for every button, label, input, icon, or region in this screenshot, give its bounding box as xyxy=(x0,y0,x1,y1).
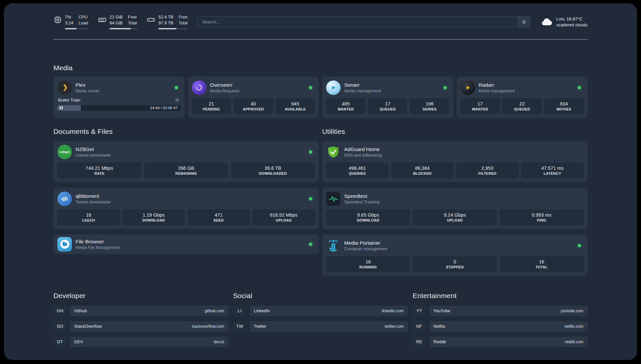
stat-label: PENDING xyxy=(203,107,220,111)
stat-label: REMAINING xyxy=(175,171,197,175)
weather-location: Lviv, 16.87°C xyxy=(556,16,588,22)
bookmark-dev[interactable]: DT DEV dev.to xyxy=(53,337,229,347)
cpu-label-top: CPU xyxy=(78,15,88,20)
ram-widget: 22 GiB 64 GiB Free Total xyxy=(98,15,137,29)
speedtest-card[interactable]: Speedtest Speedtest Tracking 9.65 Gbps D… xyxy=(322,188,588,229)
cpu-load-value: 3.24 xyxy=(65,20,73,26)
stat-label: LEECH xyxy=(82,218,95,222)
plex-settings-button[interactable] xyxy=(174,97,180,103)
bookmark-stackoverflow[interactable]: SO StackOverflow stackoverflow.com xyxy=(53,321,229,332)
bookmark-name: Twitter xyxy=(254,324,266,329)
stat-box: 485 WANTED xyxy=(326,98,365,114)
stat-box: 22 QUEUED xyxy=(503,98,542,114)
bookmark-name: LinkedIn xyxy=(254,308,270,313)
radarr-card[interactable]: Radarr Movie management 17 WANTED 22 QUE… xyxy=(457,76,588,118)
overseerr-meta: Overseerr Media Requests xyxy=(210,82,240,93)
stat-value: 0.993 ms xyxy=(532,212,552,218)
stat-box: 0 STOPPED xyxy=(413,256,497,272)
qbittorrent-icon: qb xyxy=(57,192,72,206)
disk-body: 52.4 TB 97.9 TB Free Total xyxy=(158,15,188,29)
bookmark-youtube[interactable]: YT YouTube youtube.com xyxy=(412,306,588,316)
documents-stack: nzbget NZBGet Usenet downloader 744.21 M… xyxy=(53,141,319,254)
bookmark-bar: Netflix netflix.com xyxy=(429,321,588,332)
stat-label: APPROVED xyxy=(243,107,264,111)
search-engine-button[interactable]: G xyxy=(518,16,530,27)
stat-label: AVAILABLE xyxy=(285,107,306,111)
bookmark-reddit[interactable]: RE Reddit reddit.com xyxy=(412,337,588,347)
stat-box: 16 RUNNING xyxy=(326,256,410,272)
app-name: qBittorrent xyxy=(76,193,111,199)
weather-text: Lviv, 16.87°C scattered clouds xyxy=(556,16,588,28)
filebrowser-card[interactable]: File Browser Media File Management xyxy=(53,234,319,254)
entertainment-section-title: Entertainment xyxy=(412,292,588,300)
bookmarks-row: Developer GH Github github.com SO StackO… xyxy=(53,292,588,347)
bookmark-netflix[interactable]: NF Netflix netflix.com xyxy=(412,321,588,332)
cpu-label-bottom: Load xyxy=(78,20,88,26)
bookmark-name: Github xyxy=(74,308,87,313)
ram-progress-bar xyxy=(109,28,137,29)
dashboard-content: 7% 3.24 CPU Load 22 GiB xyxy=(53,3,588,347)
overseerr-card[interactable]: Overseerr Media Requests 21 PENDING 40 A… xyxy=(188,76,319,118)
stat-box: 498,461 QUERIES xyxy=(326,163,388,178)
qbittorrent-stats: 16 LEECH 1.19 Gbps DOWNLOAD 471 SEED xyxy=(57,209,315,225)
stat-box: 39.6 TB DOWNLOADED xyxy=(231,163,315,178)
app-name: File Browser xyxy=(76,239,120,245)
bookmark-abbr: RE xyxy=(412,337,426,347)
app-subtitle: DNS and adblocking xyxy=(344,153,382,158)
stat-value: 1.19 Gbps xyxy=(142,212,165,218)
sonarr-card[interactable]: Sonarr Series management 485 WANTED 17 Q… xyxy=(322,76,453,118)
stat-label: TOTAL xyxy=(535,265,548,269)
stat-value: 485 xyxy=(342,101,350,106)
stat-box: 17 QUEUED xyxy=(368,98,407,114)
bookmark-abbr: LI xyxy=(233,306,246,316)
bookmark-abbr: YT xyxy=(412,306,426,316)
stat-box: 196 SERIES xyxy=(410,98,449,114)
sonarr-header: Sonarr Series management xyxy=(326,80,449,95)
app-subtitle: Usenet downloader xyxy=(76,153,111,158)
stat-box: 47.571 ms LATENCY xyxy=(521,163,584,178)
stat-box: 945 AVAILABLE xyxy=(276,98,315,114)
portainer-header: Media Portainer Container management xyxy=(326,238,584,253)
playback-time: 24:44 / 02:06:47 xyxy=(150,106,177,110)
bookmark-twitter[interactable]: TW Twitter twitter.com xyxy=(233,321,408,332)
filebrowser-icon xyxy=(57,237,72,252)
nzbget-icon-text: nzbget xyxy=(60,150,70,154)
bookmark-bar: Twitter twitter.com xyxy=(250,321,408,332)
app-name: Overseerr xyxy=(210,82,240,88)
ram-label-top: Free xyxy=(128,15,137,20)
bookmark-github[interactable]: GH Github github.com xyxy=(53,306,229,316)
section-utilities: Utilities xyxy=(322,128,588,276)
stat-value: 39.6 TB xyxy=(264,166,281,171)
plex-progress-bar[interactable]: 24:44 / 02:06:47 xyxy=(57,105,181,111)
stat-box: 744.21 Mbps RATE xyxy=(57,163,141,178)
plex-icon xyxy=(57,80,72,95)
stat-value: 40 xyxy=(251,101,256,106)
topbar-divider xyxy=(53,39,588,40)
radarr-meta: Radarr Movie management xyxy=(479,82,515,93)
app-subtitle: Torrent downloader xyxy=(76,200,111,204)
utilities-stack: AdGuard Home DNS and adblocking 498,461 … xyxy=(322,141,588,276)
nzbget-meta: NZBGet Usenet downloader xyxy=(76,146,111,158)
stat-box: 17 WANTED xyxy=(461,98,500,114)
stat-value: 16 xyxy=(539,259,544,264)
stat-value: 498,461 xyxy=(349,166,366,171)
portainer-card[interactable]: Media Portainer Container management 16 … xyxy=(322,234,588,276)
pause-button[interactable] xyxy=(60,106,63,109)
adguard-card[interactable]: AdGuard Home DNS and adblocking 498,461 … xyxy=(322,141,588,182)
cpu-labels: CPU Load xyxy=(78,15,88,26)
search-input[interactable] xyxy=(198,19,518,24)
qbittorrent-card[interactable]: qb qBittorrent Torrent downloader 16 xyxy=(53,188,319,229)
bookmark-abbr: SO xyxy=(53,321,67,332)
status-dot xyxy=(309,243,312,246)
stat-label: FILTERED xyxy=(478,171,496,175)
dashboard: 7% 3.24 CPU Load 22 GiB xyxy=(4,3,637,360)
speedtest-icon xyxy=(326,192,341,206)
bookmark-linkedin[interactable]: LI LinkedIn linkedin.com xyxy=(233,306,408,316)
app-name: NZBGet xyxy=(76,146,111,152)
topbar: 7% 3.24 CPU Load 22 GiB xyxy=(53,15,588,29)
nzbget-icon: nzbget xyxy=(57,145,72,159)
stat-value: 618.52 Mbps xyxy=(270,212,297,218)
nzbget-card[interactable]: nzbget NZBGet Usenet downloader 744.21 M… xyxy=(53,141,319,182)
bookmark-abbr: GH xyxy=(53,306,67,316)
plex-card[interactable]: Plex Media server Bullet Train xyxy=(53,76,185,118)
